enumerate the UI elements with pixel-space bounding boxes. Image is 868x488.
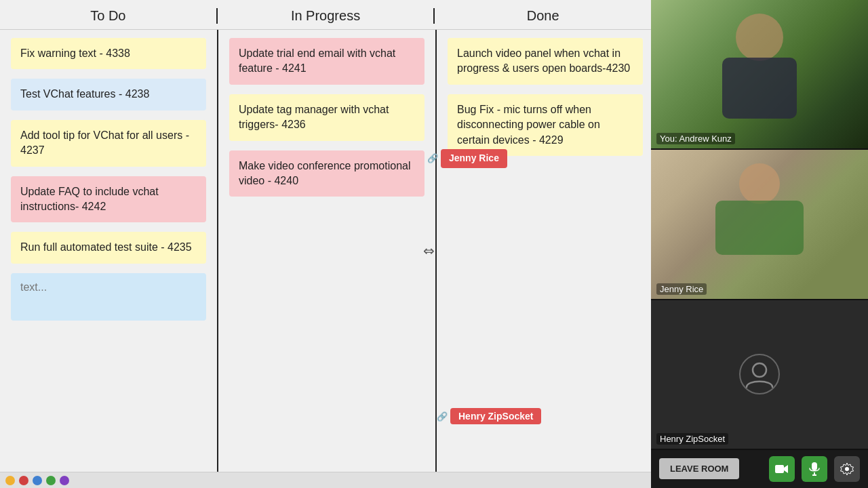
card-todo-2[interactable]: Test VChat features - 4238 [11,79,206,110]
card-done-2[interactable]: Bug Fix - mic turns off when disconnecti… [448,94,643,156]
footer-dot-red [19,476,28,485]
henry-name-label: Henry ZipSocket [656,433,728,445]
henry-zipsocket-tag[interactable]: Henry ZipSocket [450,408,541,424]
svg-point-0 [753,363,766,377]
kanban-header: To Do In Progress Done [0,0,651,30]
footer-dot-yellow [5,476,15,485]
footer-dot-green [46,476,56,485]
settings-button[interactable] [834,456,860,482]
svg-point-5 [845,467,849,471]
jenny-name-label: Jenny Rice [656,283,707,295]
henry-avatar-icon [739,354,780,394]
new-card-input[interactable] [11,273,206,321]
card-ip-2[interactable]: Update tag manager with vchat triggers- … [229,94,425,141]
controls-bar: LEAVE ROOM [651,450,868,488]
henry-video-feed [651,300,868,449]
todo-column-header: To Do [0,8,216,24]
video-sidebar: You: Andrew Kunz Jenny Rice Henry ZipSoc… [651,0,868,488]
jenny-video-feed [651,150,868,298]
jenny-rice-tag[interactable]: Jenny Rice [441,149,507,168]
footer-dot-purple [60,476,69,485]
kanban-footer [0,472,651,488]
done-column: Launch video panel when vchat in progres… [437,30,651,472]
card-done-1[interactable]: Launch video panel when vchat in progres… [448,38,643,85]
card-ip-1[interactable]: Update trial end email with vchat featur… [229,38,425,85]
leave-room-button[interactable]: LEAVE ROOM [659,458,739,479]
andrew-video-feed [651,0,868,148]
inprogress-column-header: In Progress [218,8,434,24]
card-todo-4[interactable]: Update FAQ to include vchat instructions… [11,176,206,223]
todo-column: Fix warning text - 4338 Test VChat featu… [0,30,217,472]
inprogress-column: Update trial end email with vchat featur… [218,30,435,472]
mic-toggle-button[interactable] [802,456,827,482]
andrew-name-label: You: Andrew Kunz [656,133,735,144]
svg-rect-2 [812,462,817,470]
kanban-board: To Do In Progress Done Fix warning text … [0,0,651,488]
card-todo-5[interactable]: Run full automated test suite - 4235 [11,232,206,263]
done-column-header: Done [435,8,651,24]
resize-handle[interactable]: ⇔ [423,243,435,259]
card-ip-3[interactable]: Make video conference promotional video … [229,150,425,197]
henry-video-panel: Henry ZipSocket [651,300,868,450]
card-todo-3[interactable]: Add tool tip for VChat for all users - 4… [11,120,206,167]
svg-rect-1 [775,465,784,473]
kanban-body: Fix warning text - 4338 Test VChat featu… [0,30,651,472]
andrew-video-panel: You: Andrew Kunz [651,0,868,150]
card-todo-1[interactable]: Fix warning text - 4338 [11,38,206,69]
jenny-video-panel: Jenny Rice [651,150,868,300]
link-icon-jenny: 🔗 [427,152,438,165]
link-icon-henry: 🔗 [437,411,448,422]
footer-dot-blue [33,476,42,485]
video-toggle-button[interactable] [769,456,795,482]
